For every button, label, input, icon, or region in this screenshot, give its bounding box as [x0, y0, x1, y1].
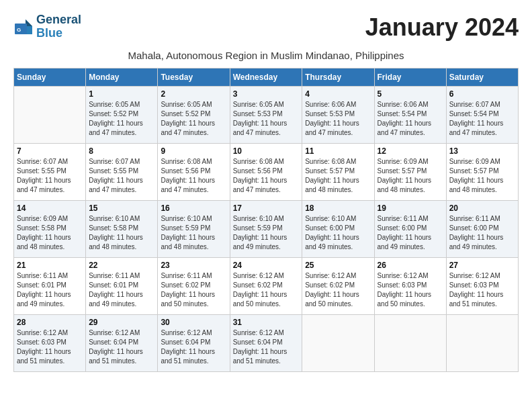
calendar-cell: 18Sunrise: 6:10 AMSunset: 6:00 PMDayligh… — [302, 200, 374, 257]
calendar-cell: 2Sunrise: 6:05 AMSunset: 5:52 PMDaylight… — [158, 86, 230, 143]
calendar-cell: 27Sunrise: 6:12 AMSunset: 6:03 PMDayligh… — [446, 257, 518, 314]
day-info: Sunrise: 6:08 AMSunset: 5:56 PMDaylight:… — [161, 157, 226, 195]
svg-text:G: G — [17, 27, 21, 33]
day-info: Sunrise: 6:12 AMSunset: 6:02 PMDaylight:… — [305, 271, 371, 309]
calendar-cell: 7Sunrise: 6:07 AMSunset: 5:55 PMDaylight… — [14, 143, 86, 200]
day-info: Sunrise: 6:10 AMSunset: 6:00 PMDaylight:… — [305, 214, 371, 252]
calendar-cell: 31Sunrise: 6:12 AMSunset: 6:04 PMDayligh… — [230, 314, 302, 371]
calendar-week-row: 21Sunrise: 6:11 AMSunset: 6:01 PMDayligh… — [14, 257, 519, 314]
day-info: Sunrise: 6:12 AMSunset: 6:02 PMDaylight:… — [233, 271, 300, 309]
day-number: 19 — [378, 203, 443, 213]
day-info: Sunrise: 6:11 AMSunset: 6:00 PMDaylight:… — [449, 214, 515, 252]
logo-icon: G — [13, 17, 34, 37]
day-number: 27 — [449, 261, 515, 270]
logo: G General Blue — [13, 13, 81, 40]
day-number: 28 — [17, 318, 83, 327]
logo-text: General Blue — [36, 13, 81, 40]
calendar-cell: 4Sunrise: 6:06 AMSunset: 5:53 PMDaylight… — [302, 86, 374, 143]
day-info: Sunrise: 6:10 AMSunset: 5:59 PMDaylight:… — [161, 214, 226, 252]
day-info: Sunrise: 6:12 AMSunset: 6:03 PMDaylight:… — [17, 328, 83, 366]
calendar-cell: 13Sunrise: 6:09 AMSunset: 5:57 PMDayligh… — [446, 143, 518, 200]
day-number: 26 — [378, 261, 443, 270]
calendar-cell: 14Sunrise: 6:09 AMSunset: 5:58 PMDayligh… — [14, 200, 86, 257]
day-info: Sunrise: 6:07 AMSunset: 5:55 PMDaylight:… — [17, 157, 83, 195]
day-number: 13 — [449, 146, 515, 156]
calendar-cell — [302, 314, 374, 371]
day-info: Sunrise: 6:09 AMSunset: 5:57 PMDaylight:… — [378, 157, 443, 195]
weekday-monday: Monday — [86, 68, 158, 86]
month-title: January 2024 — [365, 13, 519, 42]
day-number: 14 — [17, 203, 83, 213]
day-number: 22 — [89, 261, 154, 270]
weekday-wednesday: Wednesday — [230, 68, 302, 86]
day-number: 7 — [17, 146, 83, 156]
day-info: Sunrise: 6:10 AMSunset: 5:58 PMDaylight:… — [89, 214, 154, 252]
day-number: 23 — [161, 261, 226, 270]
calendar-week-row: 14Sunrise: 6:09 AMSunset: 5:58 PMDayligh… — [14, 200, 519, 257]
calendar-cell: 15Sunrise: 6:10 AMSunset: 5:58 PMDayligh… — [86, 200, 158, 257]
weekday-thursday: Thursday — [302, 68, 374, 86]
calendar-cell: 26Sunrise: 6:12 AMSunset: 6:03 PMDayligh… — [374, 257, 446, 314]
day-number: 11 — [305, 146, 371, 156]
day-info: Sunrise: 6:05 AMSunset: 5:53 PMDaylight:… — [233, 100, 300, 138]
day-number: 18 — [305, 203, 371, 213]
day-info: Sunrise: 6:12 AMSunset: 6:03 PMDaylight:… — [449, 271, 515, 309]
calendar-cell: 12Sunrise: 6:09 AMSunset: 5:57 PMDayligh… — [374, 143, 446, 200]
day-info: Sunrise: 6:10 AMSunset: 5:59 PMDaylight:… — [233, 214, 300, 252]
day-info: Sunrise: 6:11 AMSunset: 6:02 PMDaylight:… — [161, 271, 226, 309]
day-number: 12 — [378, 146, 443, 156]
day-info: Sunrise: 6:07 AMSunset: 5:55 PMDaylight:… — [89, 157, 154, 195]
day-info: Sunrise: 6:07 AMSunset: 5:54 PMDaylight:… — [449, 100, 515, 138]
calendar-cell: 29Sunrise: 6:12 AMSunset: 6:04 PMDayligh… — [86, 314, 158, 371]
calendar-cell: 28Sunrise: 6:12 AMSunset: 6:03 PMDayligh… — [14, 314, 86, 371]
day-info: Sunrise: 6:05 AMSunset: 5:52 PMDaylight:… — [89, 100, 154, 138]
day-number: 5 — [378, 89, 443, 99]
day-info: Sunrise: 6:11 AMSunset: 6:01 PMDaylight:… — [17, 271, 83, 309]
calendar-cell: 17Sunrise: 6:10 AMSunset: 5:59 PMDayligh… — [230, 200, 302, 257]
day-info: Sunrise: 6:11 AMSunset: 6:01 PMDaylight:… — [89, 271, 154, 309]
day-number: 25 — [305, 261, 371, 270]
day-number: 10 — [233, 146, 300, 156]
calendar-cell: 10Sunrise: 6:08 AMSunset: 5:56 PMDayligh… — [230, 143, 302, 200]
calendar-cell: 24Sunrise: 6:12 AMSunset: 6:02 PMDayligh… — [230, 257, 302, 314]
day-info: Sunrise: 6:11 AMSunset: 6:00 PMDaylight:… — [378, 214, 443, 252]
calendar-cell: 23Sunrise: 6:11 AMSunset: 6:02 PMDayligh… — [158, 257, 230, 314]
weekday-saturday: Saturday — [446, 68, 518, 86]
calendar-cell: 22Sunrise: 6:11 AMSunset: 6:01 PMDayligh… — [86, 257, 158, 314]
day-info: Sunrise: 6:08 AMSunset: 5:57 PMDaylight:… — [305, 157, 371, 195]
day-number: 2 — [161, 89, 226, 99]
day-number: 3 — [233, 89, 300, 99]
calendar-cell: 8Sunrise: 6:07 AMSunset: 5:55 PMDaylight… — [86, 143, 158, 200]
day-number: 9 — [161, 146, 226, 156]
calendar-cell — [14, 86, 86, 143]
day-number: 21 — [17, 261, 83, 270]
weekday-sunday: Sunday — [14, 68, 86, 86]
month-header: January 2024 — [365, 13, 519, 42]
day-number: 1 — [89, 89, 154, 99]
day-number: 15 — [89, 203, 154, 213]
day-number: 4 — [305, 89, 371, 99]
day-number: 8 — [89, 146, 154, 156]
day-number: 31 — [233, 318, 300, 327]
calendar-week-row: 7Sunrise: 6:07 AMSunset: 5:55 PMDaylight… — [14, 143, 519, 200]
calendar-cell: 5Sunrise: 6:06 AMSunset: 5:54 PMDaylight… — [374, 86, 446, 143]
day-number: 24 — [233, 261, 300, 270]
weekday-friday: Friday — [374, 68, 446, 86]
calendar-cell — [374, 314, 446, 371]
calendar-cell: 30Sunrise: 6:12 AMSunset: 6:04 PMDayligh… — [158, 314, 230, 371]
day-info: Sunrise: 6:09 AMSunset: 5:58 PMDaylight:… — [17, 214, 83, 252]
calendar-week-row: 1Sunrise: 6:05 AMSunset: 5:52 PMDaylight… — [14, 86, 519, 143]
day-number: 17 — [233, 203, 300, 213]
weekday-header-row: SundayMondayTuesdayWednesdayThursdayFrid… — [14, 68, 519, 86]
calendar-cell: 3Sunrise: 6:05 AMSunset: 5:53 PMDaylight… — [230, 86, 302, 143]
day-number: 6 — [449, 89, 515, 99]
calendar-cell: 6Sunrise: 6:07 AMSunset: 5:54 PMDaylight… — [446, 86, 518, 143]
day-number: 16 — [161, 203, 226, 213]
day-info: Sunrise: 6:12 AMSunset: 6:04 PMDaylight:… — [161, 328, 226, 366]
weekday-tuesday: Tuesday — [158, 68, 230, 86]
day-number: 29 — [89, 318, 154, 327]
day-info: Sunrise: 6:05 AMSunset: 5:52 PMDaylight:… — [161, 100, 226, 138]
day-info: Sunrise: 6:12 AMSunset: 6:04 PMDaylight:… — [89, 328, 154, 366]
day-info: Sunrise: 6:12 AMSunset: 6:03 PMDaylight:… — [378, 271, 443, 309]
calendar-table: SundayMondayTuesdayWednesdayThursdayFrid… — [13, 68, 519, 372]
